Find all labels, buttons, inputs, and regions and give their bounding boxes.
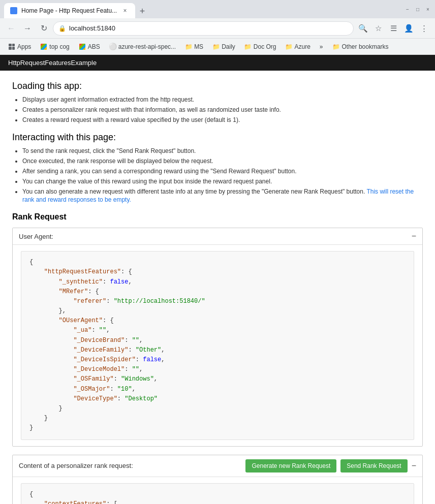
interacting-title: Interacting with this page: bbox=[12, 132, 423, 143]
bookmark-other[interactable]: 📁 Other bookmarks bbox=[328, 42, 393, 51]
toolbar-icons: 🔍 ☆ ☰ 👤 ⋮ bbox=[356, 21, 431, 36]
user-agent-panel: User Agent: − { "httpRequestFeatures": {… bbox=[12, 228, 423, 446]
bookmark-doc-org[interactable]: 📁 Doc Org bbox=[240, 42, 281, 51]
bookmark-github-label: azure-rest-api-spec... bbox=[118, 43, 176, 50]
menu-btn[interactable]: ⋮ bbox=[417, 21, 431, 36]
app-title: HttpRequestFeaturesExample bbox=[8, 59, 97, 67]
profile-btn[interactable]: 👤 bbox=[401, 21, 416, 36]
bookmark-azure[interactable]: 📁 Azure bbox=[281, 42, 314, 51]
browser-frame: Home Page - Http Request Featu... × + − … bbox=[0, 0, 435, 504]
close-window-btn[interactable]: × bbox=[425, 6, 431, 12]
interacting-item-2: Once executed, the rank response will be… bbox=[22, 157, 423, 166]
tab-title: Home Page - Http Request Featu... bbox=[21, 7, 117, 14]
tab-favicon bbox=[10, 7, 17, 14]
daily-folder-icon: 📁 bbox=[212, 43, 220, 50]
bookmark-daily[interactable]: 📁 Daily bbox=[208, 42, 239, 51]
top-cog-icon bbox=[40, 43, 47, 50]
bookmark-abs[interactable]: ABS bbox=[75, 42, 104, 51]
toolbar: ← → ↻ 🔒 localhost:51840 🔍 ☆ ☰ 👤 ⋮ bbox=[0, 18, 435, 39]
apps-grid-icon bbox=[8, 43, 15, 50]
ms-folder-icon: 📁 bbox=[185, 43, 192, 50]
abs-icon bbox=[79, 43, 86, 50]
loading-item-2: Creates a personalizer rank request with… bbox=[22, 106, 423, 114]
bookmark-top-cog-label: top cog bbox=[49, 43, 69, 50]
title-bar: Home Page - Http Request Featu... × + − … bbox=[0, 0, 435, 18]
bookmark-apps[interactable]: Apps bbox=[4, 42, 35, 51]
doc-org-folder-icon: 📁 bbox=[244, 43, 252, 50]
user-agent-collapse-btn[interactable]: − bbox=[412, 232, 416, 240]
bookmark-other-label: Other bookmarks bbox=[342, 43, 389, 50]
content-label: Content of a personalizer rank request: bbox=[19, 462, 133, 469]
user-agent-label: User Agent: bbox=[19, 233, 53, 240]
interacting-list: To send the rank request, click the "Sen… bbox=[22, 147, 423, 204]
interacting-item-3: After sending a rank, you can send a cor… bbox=[22, 167, 423, 176]
forward-btn[interactable]: → bbox=[20, 21, 35, 36]
interacting-item-4: You can change the value of this reward … bbox=[22, 177, 423, 186]
page-header: HttpRequestFeaturesExample bbox=[0, 55, 435, 71]
bookmark-daily-label: Daily bbox=[222, 43, 235, 50]
search-icon-btn[interactable]: 🔍 bbox=[356, 21, 370, 36]
bookmark-github[interactable]: ⚪ azure-rest-api-spec... bbox=[105, 42, 180, 51]
rank-request-code-block: { "contextFeatures": [ { "time": "night"… bbox=[21, 483, 414, 504]
loading-item-1: Displays user agent information extracte… bbox=[22, 96, 423, 104]
interacting-item-5: You can also generate a new request with… bbox=[22, 187, 423, 205]
rank-panel-collapse-btn[interactable]: − bbox=[412, 462, 416, 470]
generate-rank-btn[interactable]: Generate new Rank Request bbox=[245, 459, 336, 472]
loading-title: Loading this app: bbox=[12, 81, 423, 91]
rank-request-title: Rank Request bbox=[12, 212, 423, 222]
github-icon: ⚪ bbox=[109, 43, 116, 50]
user-agent-panel-body: { "httpRequestFeatures": { "_synthetic":… bbox=[13, 244, 422, 446]
user-agent-panel-header[interactable]: User Agent: − bbox=[13, 228, 422, 244]
more-bookmarks-btn[interactable]: » bbox=[316, 42, 327, 51]
azure-folder-icon: 📁 bbox=[285, 43, 292, 50]
loading-list: Displays user agent information extracte… bbox=[22, 96, 423, 124]
rank-request-panel-body: { "contextFeatures": [ { "time": "night"… bbox=[13, 477, 422, 504]
window-controls: − □ × bbox=[405, 6, 431, 12]
maximize-btn[interactable]: □ bbox=[415, 6, 421, 12]
bookmark-abs-label: ABS bbox=[88, 43, 100, 50]
new-tab-btn[interactable]: + bbox=[135, 4, 149, 18]
bookmark-star-btn[interactable]: ☆ bbox=[371, 21, 385, 36]
panel-header-actions: Generate new Rank Request Send Rank Requ… bbox=[245, 459, 416, 472]
back-btn[interactable]: ← bbox=[4, 21, 18, 36]
bookmark-doc-org-label: Doc Org bbox=[254, 43, 276, 50]
address-bar[interactable]: 🔒 localhost:51840 bbox=[53, 21, 354, 36]
loading-item-3: Creates a reward request with a reward v… bbox=[22, 116, 423, 124]
lock-icon: 🔒 bbox=[58, 25, 66, 32]
bookmarks-bar: Apps top cog ABS ⚪ azure-rest-api-spec..… bbox=[0, 39, 435, 55]
page-content: Loading this app: Displays user agent in… bbox=[0, 71, 435, 504]
user-agent-code-block: { "httpRequestFeatures": { "_synthetic":… bbox=[21, 251, 414, 439]
tab-close-btn[interactable]: × bbox=[121, 7, 129, 15]
minimize-btn[interactable]: − bbox=[405, 6, 411, 12]
interacting-item-1: To send the rank request, click the "Sen… bbox=[22, 147, 423, 155]
bookmark-top-cog[interactable]: top cog bbox=[36, 42, 73, 51]
bookmark-azure-label: Azure bbox=[294, 43, 310, 50]
bookmark-ms-label: MS bbox=[194, 43, 203, 50]
address-text: localhost:51840 bbox=[69, 24, 348, 32]
tab-bar: Home Page - Http Request Featu... × + bbox=[4, 0, 402, 18]
reload-btn[interactable]: ↻ bbox=[37, 21, 51, 36]
rank-request-panel-header[interactable]: Content of a personalizer rank request: … bbox=[13, 455, 422, 477]
send-rank-btn[interactable]: Send Rank Request bbox=[340, 459, 407, 472]
bookmark-ms[interactable]: 📁 MS bbox=[181, 42, 207, 51]
bookmark-apps-label: Apps bbox=[17, 43, 31, 50]
rank-request-panel: Content of a personalizer rank request: … bbox=[12, 455, 423, 504]
active-tab[interactable]: Home Page - Http Request Featu... × bbox=[4, 3, 135, 18]
reading-list-btn[interactable]: ☰ bbox=[386, 21, 400, 36]
